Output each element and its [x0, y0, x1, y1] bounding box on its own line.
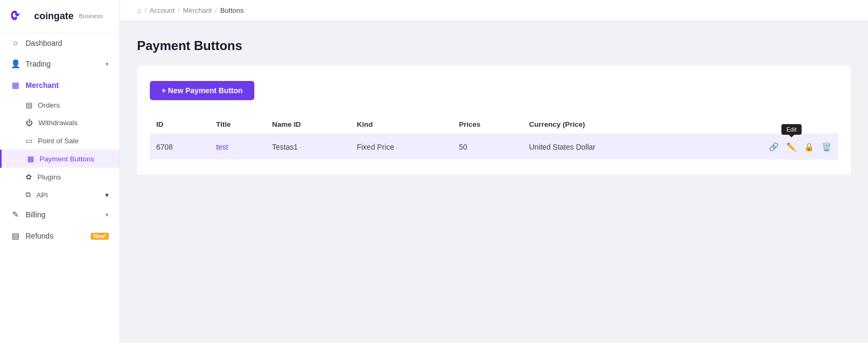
withdrawals-icon: ⏻ [26, 119, 33, 127]
breadcrumb-sep-2: / [178, 6, 180, 14]
sidebar-label-api: API [36, 191, 48, 199]
sidebar-item-api[interactable]: ⧉ API ▾ [0, 186, 119, 204]
sidebar-item-withdrawals[interactable]: ⏻ Withdrawals [0, 114, 119, 132]
sidebar-item-refunds[interactable]: ▤ Refunds New! [0, 225, 119, 247]
sidebar-label-merchant: Merchant [26, 81, 109, 89]
sidebar-item-payment-buttons[interactable]: ▦ Payment Buttons [0, 150, 119, 168]
sidebar-item-billing[interactable]: ✎ Billing ▾ [0, 204, 119, 225]
edit-icon[interactable]: Edit ✏️ [786, 142, 797, 152]
sidebar-label-point-of-sale: Point of Sale [38, 137, 79, 145]
sidebar-item-orders[interactable]: ▤ Orders [0, 96, 119, 114]
refunds-new-badge: New! [91, 233, 109, 240]
sidebar-label-plugins: Plugins [37, 173, 61, 181]
cell-currency: United States Dollar [523, 134, 684, 160]
point-of-sale-icon: ▭ [26, 136, 33, 145]
brand-badge: Business [79, 13, 103, 19]
table-row: 6708 test Testas1 Fixed Price 50 United … [150, 134, 838, 160]
refunds-icon: ▤ [11, 231, 20, 241]
col-actions [684, 115, 838, 134]
brand-name: coingate [34, 11, 74, 22]
svg-text:⟳: ⟳ [11, 10, 20, 21]
chevron-down-icon: ▾ [106, 61, 109, 68]
coingate-logo-icon: ⟳ [11, 9, 30, 23]
billing-chevron-icon: ▾ [106, 211, 109, 218]
logo: ⟳ coingate Business [0, 0, 119, 32]
cell-actions: 🔗 Edit ✏️ 🔒 🗑️ [684, 134, 838, 160]
sidebar-item-point-of-sale[interactable]: ▭ Point of Sale [0, 132, 119, 150]
merchant-icon: ▦ [11, 80, 20, 90]
sidebar-label-orders: Orders [38, 101, 60, 109]
api-icon: ⧉ [26, 191, 31, 199]
main-content: ⌂ / Account / Merchant / Buttons Payment… [120, 0, 868, 343]
sidebar-label-billing: Billing [26, 210, 100, 219]
col-prices: Prices [453, 115, 523, 134]
breadcrumb-current: Buttons [220, 6, 244, 14]
link-icon[interactable]: 🔗 [769, 142, 779, 152]
breadcrumb-merchant[interactable]: Merchant [183, 6, 212, 14]
cell-name-id: Testas1 [266, 134, 350, 160]
breadcrumb-sep-1: / [144, 6, 147, 14]
content-area: Payment Buttons + New Payment Button ID … [120, 21, 868, 343]
payment-buttons-table: ID Title Name ID Kind Prices Currency (P… [150, 115, 838, 160]
api-chevron-icon: ▾ [105, 191, 109, 199]
new-payment-button[interactable]: + New Payment Button [150, 81, 254, 100]
payment-buttons-icon: ▦ [27, 154, 34, 163]
breadcrumb-sep-3: / [215, 6, 217, 14]
sidebar-item-dashboard[interactable]: ○ Dashboard [0, 32, 119, 53]
payment-buttons-card: + New Payment Button ID Title Name ID Ki… [137, 66, 851, 175]
cell-kind: Fixed Price [350, 134, 453, 160]
sidebar-label-payment-buttons: Payment Buttons [39, 155, 94, 163]
sidebar-item-merchant[interactable]: ▦ Merchant [0, 75, 119, 96]
sidebar-label-refunds: Refunds [26, 232, 85, 240]
page-title: Payment Buttons [137, 38, 851, 53]
col-name-id: Name ID [266, 115, 350, 134]
sidebar-label-trading: Trading [26, 60, 100, 68]
sidebar-item-trading[interactable]: 👤 Trading ▾ [0, 53, 119, 75]
edit-tooltip: Edit [781, 124, 802, 135]
trading-icon: 👤 [11, 59, 20, 69]
action-icons-group: 🔗 Edit ✏️ 🔒 🗑️ [690, 142, 832, 152]
cell-id: 6708 [150, 134, 210, 160]
col-currency: Currency (Price) [523, 115, 684, 134]
home-icon[interactable]: ⌂ [137, 6, 141, 14]
cell-title[interactable]: test [210, 134, 266, 160]
breadcrumb: ⌂ / Account / Merchant / Buttons [120, 0, 868, 21]
orders-icon: ▤ [26, 101, 33, 109]
table-header-row: ID Title Name ID Kind Prices Currency (P… [150, 115, 838, 134]
sidebar-item-label: Dashboard [26, 39, 109, 47]
breadcrumb-account[interactable]: Account [149, 6, 174, 14]
dashboard-icon: ○ [11, 38, 20, 47]
sidebar-label-withdrawals: Withdrawals [38, 119, 78, 127]
delete-icon[interactable]: 🗑️ [822, 142, 832, 152]
sidebar-item-plugins[interactable]: ✿ Plugins [0, 168, 119, 186]
col-id: ID [150, 115, 210, 134]
cell-prices: 50 [453, 134, 523, 160]
billing-icon: ✎ [11, 210, 20, 219]
lock-icon[interactable]: 🔒 [804, 142, 814, 152]
plugins-icon: ✿ [26, 173, 32, 181]
col-title: Title [210, 115, 266, 134]
sidebar: ⟳ coingate Business ○ Dashboard 👤 Tradin… [0, 0, 120, 343]
col-kind: Kind [350, 115, 453, 134]
